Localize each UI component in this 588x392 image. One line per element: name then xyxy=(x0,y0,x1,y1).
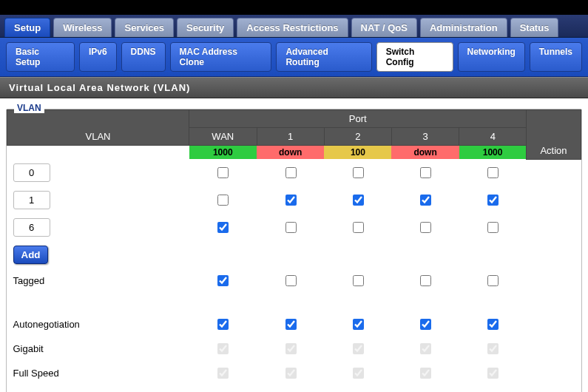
prop-checkbox[interactable] xyxy=(487,275,499,286)
primary-tab-access-restrictions[interactable]: Access Restrictions xyxy=(237,18,348,37)
primary-tab-services[interactable]: Services xyxy=(115,18,174,37)
prop-label: Autonegotiation xyxy=(7,312,189,337)
vlan-port-checkbox[interactable] xyxy=(487,195,499,206)
section-header: Virtual Local Area Network (VLAN) xyxy=(0,77,588,98)
col-action: Action xyxy=(527,110,581,160)
prop-checkbox xyxy=(420,343,431,354)
prop-checkbox xyxy=(285,368,297,379)
top-bar xyxy=(0,0,588,15)
prop-checkbox[interactable] xyxy=(420,319,431,330)
prop-checkbox xyxy=(285,343,297,354)
vlan-port-checkbox[interactable] xyxy=(217,195,229,206)
col-port-wan: WAN xyxy=(189,128,257,146)
col-port-1: 1 xyxy=(257,128,324,146)
vlan-id-input[interactable] xyxy=(13,218,50,237)
primary-tab-wireless[interactable]: Wireless xyxy=(53,18,112,37)
prop-row-gigabit: Gigabit xyxy=(7,337,581,361)
prop-checkbox[interactable] xyxy=(285,319,297,330)
vlan-port-checkbox[interactable] xyxy=(285,195,297,206)
prop-label: Gigabit xyxy=(7,337,189,361)
primary-tab-security[interactable]: Security xyxy=(177,18,234,37)
vlan-port-checkbox[interactable] xyxy=(487,222,499,233)
prop-row-full-duplex: Full Duplex xyxy=(7,385,581,392)
vlan-port-checkbox[interactable] xyxy=(420,222,431,233)
secondary-tab-mac-address-clone[interactable]: MAC Address Clone xyxy=(170,42,272,72)
prop-checkbox xyxy=(487,343,499,354)
secondary-tab-advanced-routing[interactable]: Advanced Routing xyxy=(276,42,371,72)
fieldset-legend: VLAN xyxy=(14,103,44,113)
prop-checkbox[interactable] xyxy=(217,275,229,286)
vlan-port-checkbox[interactable] xyxy=(285,222,297,233)
prop-checkbox xyxy=(217,343,229,354)
prop-checkbox xyxy=(217,368,229,379)
port-status: down xyxy=(257,146,324,160)
secondary-tab-ipv6[interactable]: IPv6 xyxy=(79,42,117,72)
port-status: down xyxy=(391,146,459,160)
prop-checkbox xyxy=(353,368,364,379)
vlan-id-input[interactable] xyxy=(13,163,50,182)
secondary-tab-bar: Basic SetupIPv6DDNSMAC Address CloneAdva… xyxy=(0,38,588,77)
vlan-fieldset: VLAN VLAN Port Action WAN1234 1000down10… xyxy=(6,109,582,392)
prop-checkbox[interactable] xyxy=(353,275,364,286)
prop-checkbox xyxy=(353,343,364,354)
prop-checkbox[interactable] xyxy=(285,275,297,286)
col-port-group: Port xyxy=(189,110,527,128)
vlan-port-checkbox[interactable] xyxy=(353,195,364,206)
port-status: 1000 xyxy=(459,146,527,160)
col-vlan: VLAN xyxy=(7,110,189,146)
prop-checkbox xyxy=(487,368,499,379)
prop-label: Tagged xyxy=(7,268,189,293)
vlan-row xyxy=(7,214,581,241)
primary-tab-administration[interactable]: Administration xyxy=(420,18,507,37)
port-status: 1000 xyxy=(189,146,257,160)
vlan-port-checkbox[interactable] xyxy=(487,167,499,178)
vlan-port-checkbox[interactable] xyxy=(217,167,229,178)
prop-row-tagged: Tagged xyxy=(7,268,581,293)
prop-checkbox[interactable] xyxy=(217,319,229,330)
secondary-tab-switch-config[interactable]: Switch Config xyxy=(376,42,453,72)
primary-tab-bar: SetupWirelessServicesSecurityAccess Rest… xyxy=(0,15,588,38)
vlan-port-checkbox[interactable] xyxy=(353,222,364,233)
secondary-tab-networking[interactable]: Networking xyxy=(458,42,525,72)
prop-label: Full Duplex xyxy=(7,385,189,392)
primary-tab-status[interactable]: Status xyxy=(510,18,559,37)
prop-row-full-speed: Full Speed xyxy=(7,361,581,385)
port-status: 100 xyxy=(324,146,391,160)
col-port-3: 3 xyxy=(391,128,459,146)
prop-checkbox[interactable] xyxy=(420,275,431,286)
vlan-id-input[interactable] xyxy=(13,191,50,209)
vlan-port-checkbox[interactable] xyxy=(285,167,297,178)
col-port-2: 2 xyxy=(324,128,391,146)
prop-label: Full Speed xyxy=(7,361,189,385)
vlan-port-checkbox[interactable] xyxy=(217,222,229,233)
primary-tab-nat-qos[interactable]: NAT / QoS xyxy=(351,18,417,37)
vlan-row xyxy=(7,159,581,186)
prop-checkbox[interactable] xyxy=(353,319,364,330)
secondary-tab-basic-setup[interactable]: Basic Setup xyxy=(6,42,75,72)
col-port-4: 4 xyxy=(459,128,527,146)
add-button[interactable]: Add xyxy=(13,246,49,264)
prop-row-autonegotiation: Autonegotiation xyxy=(7,312,581,337)
vlan-port-checkbox[interactable] xyxy=(420,167,431,178)
vlan-port-checkbox[interactable] xyxy=(353,167,364,178)
secondary-tab-tunnels[interactable]: Tunnels xyxy=(530,42,582,72)
secondary-tab-ddns[interactable]: DDNS xyxy=(121,42,166,72)
vlan-row xyxy=(7,186,581,214)
vlan-port-checkbox[interactable] xyxy=(420,195,431,206)
prop-checkbox[interactable] xyxy=(487,319,499,330)
vlan-table: VLAN Port Action WAN1234 1000down100down… xyxy=(7,109,581,392)
primary-tab-setup[interactable]: Setup xyxy=(4,18,50,37)
prop-checkbox xyxy=(420,368,431,379)
